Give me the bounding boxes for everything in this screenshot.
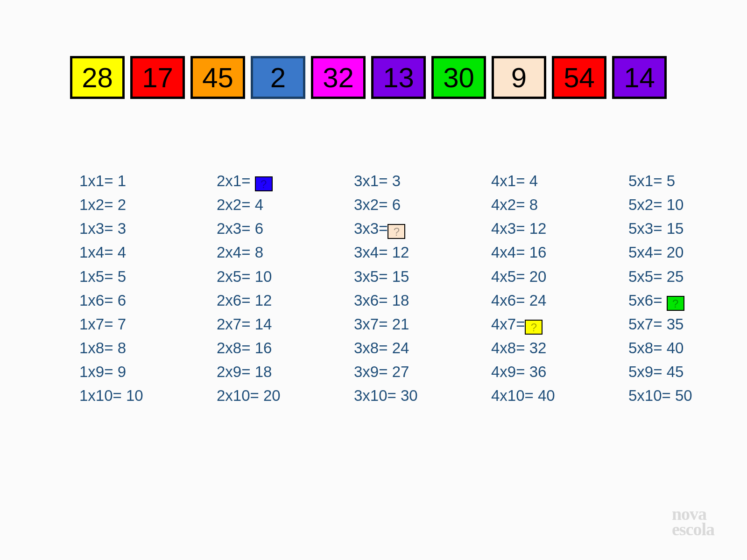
- answer: 3: [118, 217, 126, 240]
- expression: 4x2=: [491, 196, 529, 213]
- table-row: 4x9= 36: [491, 360, 610, 384]
- expression: 5x4=: [628, 244, 667, 261]
- expression: 3x7=: [354, 315, 392, 333]
- table-row: 5x9= 45: [628, 360, 747, 384]
- number-box-9: 14: [612, 56, 667, 99]
- table-row: 3x3=?: [354, 217, 472, 240]
- number-box-value: 2: [270, 62, 286, 94]
- number-box-value: 45: [202, 62, 233, 94]
- expression: 4x8=: [491, 339, 529, 357]
- table-row: 4x4= 16: [491, 240, 610, 264]
- number-boxes-row: 281745232133095414: [0, 0, 747, 99]
- table-row: 2x10= 20: [217, 384, 335, 407]
- expression: 2x6=: [217, 292, 255, 309]
- answer: 40: [538, 384, 555, 407]
- table-row: 3x5= 15: [354, 265, 472, 288]
- table-row: 2x2= 4: [217, 193, 335, 217]
- answer: 12: [255, 288, 272, 312]
- expression: 2x10=: [217, 387, 263, 404]
- number-box-value: 32: [323, 62, 354, 94]
- table-row: 5x8= 40: [628, 336, 747, 360]
- answer: 5: [667, 169, 675, 193]
- table-row: 2x8= 16: [217, 336, 335, 360]
- number-box-value: 30: [443, 62, 474, 94]
- table-row: 1x5= 5: [79, 265, 198, 288]
- table-row: 1x3= 3: [79, 217, 198, 240]
- answer: 24: [529, 288, 547, 312]
- table-row: 1x4= 4: [79, 240, 198, 264]
- hidden-answer-box: ?: [525, 320, 543, 335]
- expression: 2x7=: [217, 315, 255, 333]
- expression: 4x4=: [491, 244, 529, 261]
- answer: 10: [667, 193, 684, 217]
- expression: 3x2=: [354, 196, 392, 213]
- expression: 5x2=: [628, 196, 667, 213]
- expression: 1x1=: [79, 172, 118, 189]
- answer: 32: [529, 336, 547, 360]
- table-row: 4x7=?: [491, 312, 610, 336]
- answer: 15: [392, 265, 409, 288]
- answer: 1: [118, 169, 126, 193]
- table-row: 1x2= 2: [79, 193, 198, 217]
- expression: 1x5=: [79, 268, 118, 285]
- expression: 3x3=: [354, 220, 388, 237]
- table-row: 2x9= 18: [217, 360, 335, 384]
- answer: 12: [529, 217, 547, 240]
- expression: 1x4=: [79, 244, 118, 261]
- number-box-value: 54: [564, 62, 595, 94]
- expression: 4x1=: [491, 172, 529, 189]
- expression: 5x8=: [628, 339, 667, 357]
- expression: 3x8=: [354, 339, 392, 357]
- expression: 1x10=: [79, 387, 126, 404]
- answer: 25: [667, 265, 684, 288]
- expression: 1x8=: [79, 339, 118, 357]
- number-box-value: 14: [624, 62, 655, 94]
- expression: 5x6=: [628, 292, 667, 309]
- answer: 10: [126, 384, 143, 407]
- expression: 4x3=: [491, 220, 529, 237]
- table-row: 1x10= 10: [79, 384, 198, 407]
- answer: 16: [255, 336, 272, 360]
- table-row: 3x4= 12: [354, 240, 472, 264]
- table-row: 1x6= 6: [79, 288, 198, 312]
- number-box-value: 13: [383, 62, 414, 94]
- answer: 21: [392, 312, 409, 336]
- number-box-2: 45: [190, 56, 245, 99]
- table-row: 2x7= 14: [217, 312, 335, 336]
- number-box-6: 30: [431, 56, 486, 99]
- answer: 36: [529, 360, 547, 384]
- expression: 5x3=: [628, 220, 667, 237]
- table-row: 5x10= 50: [628, 384, 747, 407]
- number-box-0: 28: [70, 56, 125, 99]
- answer: 6: [255, 217, 263, 240]
- hidden-answer-box: ?: [667, 296, 684, 311]
- hidden-answer-box: ?: [388, 224, 405, 239]
- table-row: 2x6= 12: [217, 288, 335, 312]
- answer: 20: [263, 384, 281, 407]
- expression: 1x7=: [79, 315, 118, 333]
- answer: 24: [392, 336, 409, 360]
- number-box-value: 17: [142, 62, 173, 94]
- table-row: 4x10= 40: [491, 384, 610, 407]
- answer: 4: [529, 169, 538, 193]
- expression: 1x2=: [79, 196, 118, 213]
- table-row: 4x8= 32: [491, 336, 610, 360]
- expression: 3x1=: [354, 172, 392, 189]
- expression: 1x9=: [79, 363, 118, 380]
- table-row: 5x4= 20: [628, 240, 747, 264]
- answer: 8: [529, 193, 538, 217]
- expression: 2x9=: [217, 363, 255, 380]
- expression: 4x9=: [491, 363, 529, 380]
- number-box-7: 9: [492, 56, 546, 99]
- table-row: 4x3= 12: [491, 217, 610, 240]
- table-col-5: 5x1= 55x2= 105x3= 155x4= 205x5= 255x6= ?…: [628, 169, 747, 407]
- expression: 2x8=: [217, 339, 255, 357]
- answer: 4: [118, 240, 126, 264]
- table-row: 2x3= 6: [217, 217, 335, 240]
- table-row: 5x3= 15: [628, 217, 747, 240]
- answer: 14: [255, 312, 272, 336]
- table-col-4: 4x1= 44x2= 84x3= 124x4= 164x5= 204x6= 24…: [491, 169, 610, 407]
- number-box-value: 28: [82, 62, 113, 94]
- table-row: 5x5= 25: [628, 265, 747, 288]
- nova-escola-logo: nova escola: [672, 506, 714, 537]
